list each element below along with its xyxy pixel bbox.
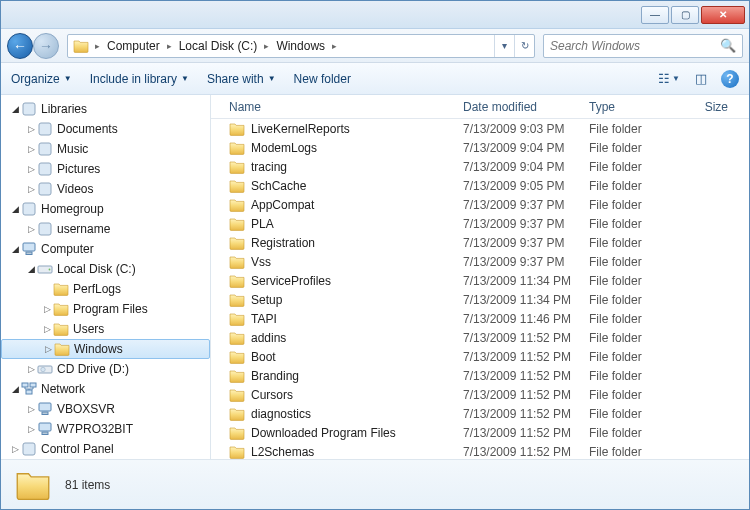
nav-item-perflogs[interactable]: ▷PerfLogs [1, 279, 210, 299]
file-row[interactable]: Boot7/13/2009 11:52 PMFile folder [211, 347, 749, 366]
nav-item-windows[interactable]: ▷Windows [1, 339, 210, 359]
nav-item-cd-drive-d-[interactable]: ▷CD Drive (D:) [1, 359, 210, 379]
expand-arrow-icon[interactable]: ▷ [25, 364, 37, 374]
folder-icon [72, 38, 90, 54]
column-name[interactable]: Name [221, 100, 455, 114]
organize-button[interactable]: Organize▼ [11, 72, 72, 86]
new-folder-button[interactable]: New folder [294, 72, 351, 86]
refresh-button[interactable]: ↻ [514, 35, 534, 57]
nav-item-homegroup[interactable]: ◢Homegroup [1, 199, 210, 219]
search-input[interactable] [550, 39, 720, 53]
column-type[interactable]: Type [581, 100, 677, 114]
chevron-right-icon[interactable]: ▸ [329, 41, 340, 51]
expand-arrow-icon[interactable]: ▷ [25, 404, 37, 414]
nav-item-vboxsvr[interactable]: ▷VBOXSVR [1, 399, 210, 419]
expand-arrow-icon[interactable]: ◢ [9, 204, 21, 214]
expand-arrow-icon[interactable]: ▷ [41, 304, 53, 314]
folder-icon [229, 406, 245, 422]
address-bar[interactable]: ▸ Computer ▸ Local Disk (C:) ▸ Windows ▸… [67, 34, 535, 58]
file-row[interactable]: LiveKernelReports7/13/2009 9:03 PMFile f… [211, 119, 749, 138]
file-date: 7/13/2009 9:03 PM [455, 122, 581, 136]
expand-arrow-icon[interactable]: ▷ [25, 124, 37, 134]
nav-item-label: Network [41, 382, 85, 396]
column-size[interactable]: Size [677, 100, 737, 114]
file-row[interactable]: tracing7/13/2009 9:04 PMFile folder [211, 157, 749, 176]
file-row[interactable]: ModemLogs7/13/2009 9:04 PMFile folder [211, 138, 749, 157]
expand-arrow-icon[interactable]: ▷ [25, 144, 37, 154]
expand-arrow-icon[interactable]: ▷ [41, 324, 53, 334]
expand-arrow-icon[interactable]: ◢ [9, 244, 21, 254]
share-with-button[interactable]: Share with▼ [207, 72, 276, 86]
forward-button[interactable]: → [33, 33, 59, 59]
file-row[interactable]: Branding7/13/2009 11:52 PMFile folder [211, 366, 749, 385]
nav-item-w7pro32bit[interactable]: ▷W7PRO32BIT [1, 419, 210, 439]
chevron-right-icon[interactable]: ▸ [164, 41, 175, 51]
back-button[interactable]: ← [7, 33, 33, 59]
nav-item-music[interactable]: ▷Music [1, 139, 210, 159]
chevron-right-icon[interactable]: ▸ [92, 41, 103, 51]
nav-item-documents[interactable]: ▷Documents [1, 119, 210, 139]
folder-icon [229, 121, 245, 137]
file-row[interactable]: Vss7/13/2009 9:37 PMFile folder [211, 252, 749, 271]
folder-icon [229, 159, 245, 175]
nav-item-computer[interactable]: ◢Computer [1, 239, 210, 259]
breadcrumb-local-disk[interactable]: Local Disk (C:) [175, 35, 262, 57]
breadcrumb-computer[interactable]: Computer [103, 35, 164, 57]
expand-arrow-icon[interactable]: ▷ [25, 224, 37, 234]
nav-item-label: Libraries [41, 102, 87, 116]
maximize-button[interactable]: ▢ [671, 6, 699, 24]
nav-item-users[interactable]: ▷Users [1, 319, 210, 339]
file-row[interactable]: Registration7/13/2009 9:37 PMFile folder [211, 233, 749, 252]
expand-arrow-icon[interactable]: ▷ [25, 184, 37, 194]
file-row[interactable]: SchCache7/13/2009 9:05 PMFile folder [211, 176, 749, 195]
nav-item-local-disk-c-[interactable]: ◢Local Disk (C:) [1, 259, 210, 279]
help-button[interactable]: ? [721, 70, 739, 88]
file-list[interactable]: LiveKernelReports7/13/2009 9:03 PMFile f… [211, 119, 749, 459]
column-date-modified[interactable]: Date modified [455, 100, 581, 114]
folder-icon [229, 235, 245, 251]
file-name: L2Schemas [251, 445, 314, 459]
nav-item-username[interactable]: ▷username [1, 219, 210, 239]
file-row[interactable]: Cursors7/13/2009 11:52 PMFile folder [211, 385, 749, 404]
nav-item-videos[interactable]: ▷Videos [1, 179, 210, 199]
expand-arrow-icon[interactable]: ▷ [9, 444, 21, 454]
navigation-pane[interactable]: ◢Libraries▷Documents▷Music▷Pictures▷Vide… [1, 95, 211, 459]
nav-item-network[interactable]: ◢Network [1, 379, 210, 399]
minimize-button[interactable]: — [641, 6, 669, 24]
address-dropdown-button[interactable]: ▾ [494, 35, 514, 57]
expand-arrow-icon[interactable]: ◢ [9, 104, 21, 114]
nav-item-control-panel[interactable]: ▷Control Panel [1, 439, 210, 459]
file-row[interactable]: AppCompat7/13/2009 9:37 PMFile folder [211, 195, 749, 214]
file-row[interactable]: TAPI7/13/2009 11:46 PMFile folder [211, 309, 749, 328]
nav-item-libraries[interactable]: ◢Libraries [1, 99, 210, 119]
nav-item-label: Documents [57, 122, 118, 136]
expand-arrow-icon[interactable]: ◢ [25, 264, 37, 274]
file-row[interactable]: addins7/13/2009 11:52 PMFile folder [211, 328, 749, 347]
expand-arrow-icon[interactable]: ▷ [42, 344, 54, 354]
close-button[interactable]: ✕ [701, 6, 745, 24]
file-row[interactable]: L2Schemas7/13/2009 11:52 PMFile folder [211, 442, 749, 459]
network-icon [21, 381, 37, 397]
nav-item-label: Music [57, 142, 88, 156]
preview-pane-button[interactable]: ◫ [689, 68, 713, 90]
view-options-button[interactable]: ☷ ▼ [657, 68, 681, 90]
expand-arrow-icon[interactable]: ▷ [25, 424, 37, 434]
breadcrumb-windows[interactable]: Windows [272, 35, 329, 57]
folder-icon [229, 387, 245, 403]
nav-item-program-files[interactable]: ▷Program Files [1, 299, 210, 319]
file-row[interactable]: PLA7/13/2009 9:37 PMFile folder [211, 214, 749, 233]
file-row[interactable]: ServiceProfiles7/13/2009 11:34 PMFile fo… [211, 271, 749, 290]
expand-arrow-icon[interactable]: ▷ [25, 164, 37, 174]
search-box[interactable]: 🔍 [543, 34, 743, 58]
nav-item-pictures[interactable]: ▷Pictures [1, 159, 210, 179]
file-name: SchCache [251, 179, 306, 193]
include-in-library-button[interactable]: Include in library▼ [90, 72, 189, 86]
file-row[interactable]: Downloaded Program Files7/13/2009 11:52 … [211, 423, 749, 442]
file-row[interactable]: diagnostics7/13/2009 11:52 PMFile folder [211, 404, 749, 423]
expand-arrow-icon[interactable]: ◢ [9, 384, 21, 394]
chevron-right-icon[interactable]: ▸ [261, 41, 272, 51]
file-row[interactable]: Setup7/13/2009 11:34 PMFile folder [211, 290, 749, 309]
titlebar[interactable]: — ▢ ✕ [1, 1, 749, 29]
folder-icon [229, 444, 245, 460]
file-type: File folder [581, 122, 677, 136]
